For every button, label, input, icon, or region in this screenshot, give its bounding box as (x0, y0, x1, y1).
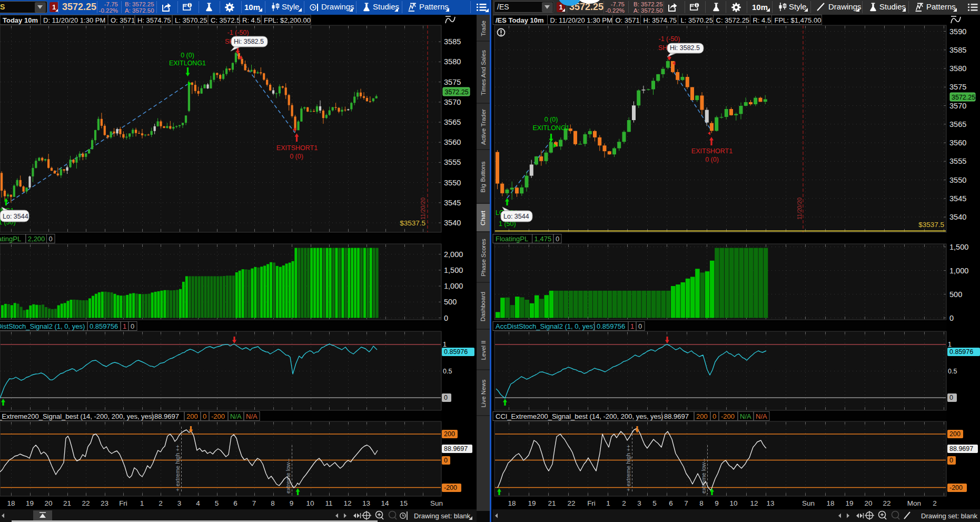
svg-text:N/A: N/A (246, 412, 258, 420)
svg-text:6: 6 (233, 499, 237, 507)
svg-text:3590: 3590 (949, 27, 966, 36)
svg-text:7: 7 (684, 499, 688, 507)
svg-text:18: 18 (7, 499, 15, 507)
svg-text:0 (0): 0 (0) (705, 156, 719, 163)
svg-text:11/20/20: 11/20/20 (420, 198, 426, 220)
svg-text:0.85976: 0.85976 (949, 348, 973, 356)
svg-text:200: 200 (444, 430, 455, 438)
svg-text:Lo: 3544: Lo: 3544 (503, 213, 529, 220)
svg-text:1: 1 (123, 322, 126, 330)
svg-text:AccDistStoch_Signal2 (1, 0, ye: AccDistStoch_Signal2 (1, 0, yes) (496, 322, 595, 330)
svg-text:L: 3570.25: L: 3570.25 (175, 16, 207, 24)
svg-text:0: 0 (712, 412, 716, 420)
svg-text:1: 1 (630, 322, 634, 330)
svg-text:22: 22 (567, 499, 575, 507)
svg-text:0: 0 (949, 457, 953, 464)
svg-text:FloatingPL: FloatingPL (0, 235, 21, 243)
svg-text:EXITLONG1: EXITLONG1 (532, 124, 569, 132)
svg-text:19: 19 (26, 499, 34, 507)
svg-text:3550: 3550 (444, 179, 461, 187)
svg-text:13: 13 (362, 499, 370, 507)
svg-text:88.9697: 88.9697 (664, 412, 689, 420)
svg-text:0: 0 (444, 457, 448, 464)
svg-text:EXITSHORT1: EXITSHORT1 (276, 144, 318, 152)
svg-text:CCI_Extreme200_Signal_best (14: CCI_Extreme200_Signal_best (14, -200, 20… (0, 412, 154, 420)
svg-text:-200: -200 (444, 484, 457, 491)
svg-text:+ extreme high ++: + extreme high ++ (174, 445, 181, 491)
svg-text:21: 21 (548, 499, 556, 507)
svg-text:0: 0 (638, 322, 642, 330)
svg-text:2,000: 2,000 (444, 250, 463, 259)
svg-text:2: 2 (159, 499, 163, 507)
svg-text:+ extreme high ++: + extreme high ++ (625, 445, 631, 491)
svg-text:3585: 3585 (949, 46, 966, 54)
svg-text:Drawing set: blank: Drawing set: blank (921, 512, 977, 520)
svg-text:2: 2 (933, 499, 937, 507)
svg-text:3585: 3585 (444, 37, 461, 46)
svg-text:200: 200 (696, 412, 708, 420)
svg-text:C: 3572.5: C: 3572.5 (211, 16, 240, 24)
svg-text:0.85976: 0.85976 (444, 348, 468, 356)
svg-text:CCI_Extreme200_Signal_best (14: CCI_Extreme200_Signal_best (14, -200, 20… (496, 412, 664, 420)
svg-text:12: 12 (750, 499, 758, 507)
svg-text:2: 2 (622, 499, 626, 507)
svg-text:extreme low--: extreme low-- (700, 458, 707, 494)
svg-text:Fri: Fri (119, 499, 127, 507)
svg-text:R: 4.5: R: 4.5 (242, 16, 261, 24)
svg-text:21: 21 (63, 499, 71, 507)
svg-text:1: 1 (606, 499, 610, 507)
svg-text:10: 10 (306, 499, 314, 507)
svg-text:N/A: N/A (740, 412, 751, 420)
svg-text:0.5: 0.5 (443, 368, 452, 375)
svg-text:1,000: 1,000 (444, 282, 463, 290)
svg-text:23: 23 (101, 499, 108, 507)
svg-text:L: 3570.25: L: 3570.25 (681, 16, 713, 24)
svg-text:500: 500 (444, 298, 457, 306)
svg-text:7: 7 (252, 499, 256, 507)
svg-text:3572.25: 3572.25 (445, 88, 469, 96)
svg-text:3565: 3565 (949, 120, 966, 129)
svg-text:10: 10 (729, 499, 737, 507)
svg-text:5: 5 (215, 499, 219, 507)
svg-text:0: 0 (556, 235, 559, 243)
svg-text:3550: 3550 (949, 176, 966, 184)
svg-text:0: 0 (203, 412, 206, 420)
svg-text:1,000: 1,000 (949, 267, 968, 275)
svg-text:3580: 3580 (949, 64, 966, 73)
svg-text:$3537.5: $3537.5 (400, 219, 425, 227)
svg-text:500: 500 (949, 290, 962, 299)
svg-text:$3537.5: $3537.5 (918, 221, 944, 229)
svg-text:Sun: Sun (802, 499, 815, 507)
svg-text:0: 0 (949, 394, 953, 401)
svg-text:Drawing set: blank: Drawing set: blank (414, 512, 470, 520)
svg-text:18: 18 (826, 499, 834, 507)
svg-text:22: 22 (883, 499, 890, 507)
svg-text:20: 20 (864, 499, 872, 507)
svg-text:9: 9 (715, 499, 719, 507)
svg-text:-200: -200 (949, 484, 963, 491)
svg-text:12: 12 (343, 499, 351, 507)
svg-text:0.859756: 0.859756 (597, 322, 625, 330)
svg-text:3570: 3570 (444, 98, 461, 106)
svg-text:3560: 3560 (949, 139, 966, 147)
svg-text:3555: 3555 (949, 157, 966, 165)
svg-text:0 (0): 0 (0) (181, 52, 194, 59)
svg-text:88.9697: 88.9697 (949, 445, 973, 452)
svg-text:0.859756: 0.859756 (90, 322, 118, 330)
svg-text:88.9697: 88.9697 (444, 445, 468, 452)
svg-text:0: 0 (49, 235, 53, 243)
svg-text:3: 3 (637, 499, 641, 507)
svg-text:13: 13 (766, 499, 774, 507)
svg-text:22: 22 (82, 499, 90, 507)
svg-text:88.9697: 88.9697 (154, 412, 179, 420)
svg-text:D: 11/20/20 1:30 PM: D: 11/20/20 1:30 PM (43, 16, 105, 24)
svg-text:-200: -200 (211, 412, 225, 420)
svg-text:11/20/20: 11/20/20 (796, 198, 803, 220)
svg-text:2,200: 2,200 (28, 235, 45, 243)
svg-text:3540: 3540 (444, 219, 461, 227)
svg-text:FPL: $2,200.00: FPL: $2,200.00 (264, 16, 311, 24)
svg-text:1: 1 (140, 499, 144, 507)
svg-text:-1 (-50): -1 (-50) (659, 35, 680, 43)
svg-text:H: 3574.75: H: 3574.75 (644, 16, 677, 24)
svg-text:3545: 3545 (949, 194, 966, 203)
